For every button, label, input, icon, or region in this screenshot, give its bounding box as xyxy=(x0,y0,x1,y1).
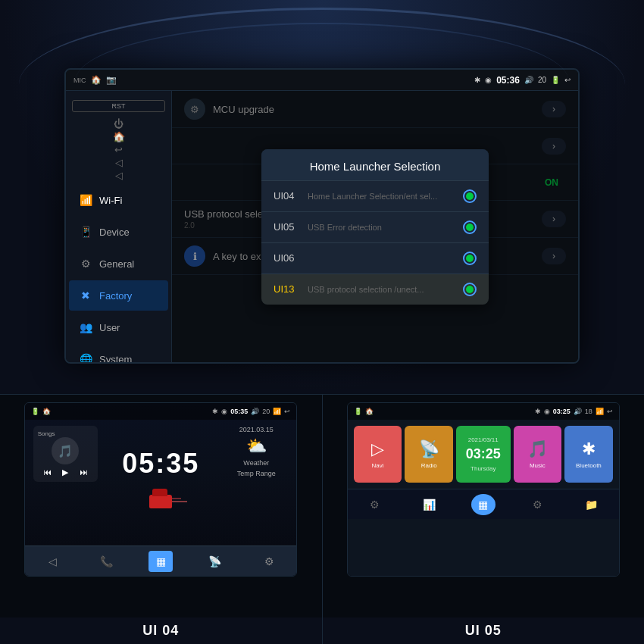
bottom-section: 🔋 🏠 ✱ ◉ 05:35 🔊 20 📶 ↩ xyxy=(0,394,644,644)
ui05-content: 🔋 🏠 ✱ ◉ 03:25 🔊 18 📶 ↩ xyxy=(348,403,619,576)
clock-time: 03:25 xyxy=(466,446,501,462)
music-note-icon: 🎵 xyxy=(52,437,79,464)
screen-content: RST ⏻ 🏠 ↩ ◁ ◁ 📶 Wi-Fi 📱 Device xyxy=(66,91,578,362)
mcu-label: MCU upgrade xyxy=(213,104,542,115)
ui05-apps-icon[interactable]: ▦ xyxy=(471,494,496,515)
ui05-app-grid: ▷ Navi 📡 Radio 2021/03/11 03:25 Thursday… xyxy=(348,420,619,489)
ui05-chart-icon[interactable]: 📊 xyxy=(417,494,441,515)
ui04-panel-label: UI 04 xyxy=(0,617,322,644)
nav-phone-btn[interactable]: 📞 xyxy=(95,551,119,572)
back-sidebar-icon: ↩ xyxy=(70,144,167,155)
vol-down-icon: ◁ xyxy=(70,157,167,168)
sidebar-item-system[interactable]: 🌐 System xyxy=(69,344,168,364)
ui04-sig-icon: 📶 xyxy=(273,408,281,415)
ui06-radio[interactable] xyxy=(463,252,477,265)
ui04-bt-icon: ✱ xyxy=(212,408,218,415)
ui04-radio[interactable] xyxy=(463,189,477,203)
home-icon: 🏠 xyxy=(91,75,102,85)
main-panel: ⚙ MCU upgrade › › ON USB protocol select… xyxy=(172,91,578,362)
bluetooth-tile[interactable]: ✱ Bluetooth xyxy=(564,426,613,483)
nav-map-btn[interactable]: ◁ xyxy=(40,551,64,572)
weather-icon: ⛅ xyxy=(246,436,267,456)
status-right: ✱ ◉ 05:36 🔊 20 🔋 ↩ xyxy=(474,75,571,86)
settings-row-mcu[interactable]: ⚙ MCU upgrade › xyxy=(172,91,578,128)
sidebar-item-factory[interactable]: ✖ Factory xyxy=(69,280,168,311)
ui05-radio[interactable] xyxy=(463,220,477,234)
nav-radio-btn[interactable]: 📡 xyxy=(203,551,227,572)
ui04-status-left: 🔋 🏠 xyxy=(31,408,51,415)
bluetooth-icon: ✱ xyxy=(582,439,596,459)
ui04-status-right: ✱ ◉ 05:35 🔊 20 📶 ↩ xyxy=(212,408,290,415)
next-icon[interactable]: ⏭ xyxy=(80,467,88,477)
ui04-right: 2021.03.15 ⛅ Weather Temp Range xyxy=(222,426,290,539)
dialog-option-ui05[interactable]: UI05 USB Error detection xyxy=(261,212,489,243)
dialog-option-ui13[interactable]: UI13 USB protocol selection /unect... xyxy=(261,274,489,305)
ui05-screen: 🔋 🏠 ✱ ◉ 03:25 🔊 18 📶 ↩ xyxy=(347,402,620,577)
status-bar: MIC 🏠 📷 ✱ ◉ 05:36 🔊 20 🔋 ↩ xyxy=(66,70,578,91)
dialog-option-ui06[interactable]: UI06 xyxy=(261,243,489,274)
clock-date: 2021/03/11 xyxy=(468,436,499,443)
ui05-gear-icon[interactable]: ⚙ xyxy=(525,494,549,515)
volume-icon: 🔊 xyxy=(524,76,533,84)
navi-label: Navi xyxy=(372,462,384,469)
sidebar-item-general[interactable]: ⚙ General xyxy=(69,249,168,279)
music-label: Music xyxy=(530,462,546,469)
dialog-overlay[interactable]: Home Launcher Selection UI04 Home Launch… xyxy=(172,91,578,362)
power-icon: ⏻ xyxy=(70,118,167,130)
user-icon: 👥 xyxy=(78,320,93,335)
navi-tile[interactable]: ▷ Navi xyxy=(354,426,402,483)
camera-icon: 📷 xyxy=(106,75,117,85)
radio-label: Radio xyxy=(421,462,437,469)
wifi-status-icon: ◉ xyxy=(485,76,492,84)
device-label: Device xyxy=(99,227,130,238)
ui13-option-desc: USB protocol selection /unect... xyxy=(308,285,463,294)
device-icon: 📱 xyxy=(78,224,93,239)
clock-tile[interactable]: 2021/03/11 03:25 Thursday xyxy=(456,426,511,483)
prev-icon[interactable]: ⏮ xyxy=(43,467,52,477)
sidebar-item-user[interactable]: 👥 User xyxy=(69,312,168,342)
mcu-arrow-btn[interactable]: › xyxy=(542,101,566,117)
ui05-bt-icon: ✱ xyxy=(535,408,541,415)
nav-apps-btn[interactable]: ▦ xyxy=(148,551,173,572)
vol-up-icon: ◁ xyxy=(70,170,167,181)
dialog-option-ui04[interactable]: UI04 Home Launcher Selection/ent sel... xyxy=(261,181,489,212)
ui05-status-left: 🔋 🏠 xyxy=(354,408,374,415)
weather-label: Weather xyxy=(243,459,269,467)
radio-icon: 📡 xyxy=(419,439,439,459)
mic-label: MIC xyxy=(73,77,86,84)
car-body-shape xyxy=(149,495,172,508)
ui05-option-desc: USB Error detection xyxy=(308,223,463,232)
wrench-icon: ✖ xyxy=(78,288,93,303)
ui04-vol-icon: 🔊 xyxy=(251,408,259,415)
radio-tile[interactable]: 📡 Radio xyxy=(405,426,453,483)
music-icon: 🎵 xyxy=(527,439,548,459)
car-visualization xyxy=(138,480,183,517)
battery-icon: 🔋 xyxy=(551,76,560,84)
ui04-date: 2021.03.15 xyxy=(239,426,274,433)
ui05-vol-icon: 🔊 xyxy=(574,408,582,415)
music-tile[interactable]: 🎵 Music xyxy=(514,426,562,483)
clock-day: Thursday xyxy=(470,465,496,472)
ui05-bat-level: 18 xyxy=(585,408,592,415)
ui04-big-time: 05:35 xyxy=(122,448,199,480)
car-background: MIC 🏠 📷 ✱ ◉ 05:36 🔊 20 🔋 ↩ RST ⏻ xyxy=(0,0,644,394)
ui06-option-label: UI06 xyxy=(274,252,308,264)
music-widget: Songs 🎵 ⏮ ▶ ⏭ xyxy=(33,426,98,482)
ui04-wifi-icon: ◉ xyxy=(221,408,227,415)
globe-icon: 🌐 xyxy=(78,352,93,364)
ui13-radio[interactable] xyxy=(463,283,477,296)
status-time: 05:36 xyxy=(496,75,520,86)
ui05-home-icon: 🏠 xyxy=(365,408,374,415)
wifi-icon: 📶 xyxy=(78,192,93,208)
nav-settings-btn[interactable]: ⚙ xyxy=(257,551,281,572)
rst-button[interactable]: RST xyxy=(72,100,165,112)
ui05-folder-icon[interactable]: 📁 xyxy=(580,494,604,515)
play-icon[interactable]: ▶ xyxy=(62,467,68,477)
home-sidebar-icon: 🏠 xyxy=(70,131,167,142)
ui04-screen: 🔋 🏠 ✱ ◉ 05:35 🔊 20 📶 ↩ xyxy=(24,402,297,577)
sidebar-item-device[interactable]: 📱 Device xyxy=(69,217,168,247)
sidebar-item-wifi[interactable]: 📶 Wi-Fi xyxy=(69,185,168,215)
ui05-settings-icon[interactable]: ⚙ xyxy=(363,494,387,515)
dialog-title: Home Launcher Selection xyxy=(261,149,489,181)
factory-label: Factory xyxy=(99,290,132,302)
